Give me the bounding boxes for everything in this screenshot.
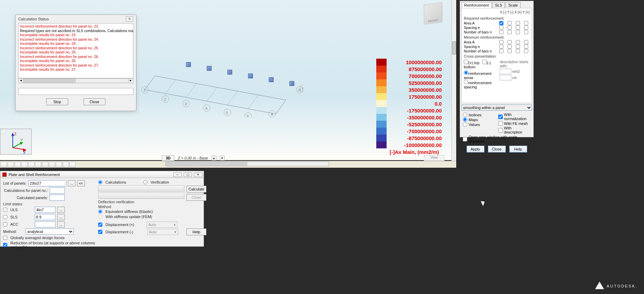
autodesk-brand: AUTODESK. [595,282,638,291]
maps-radio[interactable] [463,117,467,122]
values-radio[interactable] [463,122,467,127]
sls-browse-button[interactable]: ... [57,214,65,220]
calculations-radio[interactable] [98,180,102,184]
spacing-value-input[interactable] [500,75,511,80]
disp-minus-select[interactable]: Auto▾ [147,229,178,235]
req-spc-yplus[interactable] [524,26,528,30]
with-norm-checkbox[interactable] [498,115,503,119]
viewcube[interactable]: FRONT [424,2,442,25]
tool-icon[interactable] [56,162,62,167]
tab-sls[interactable]: SLS [492,2,505,8]
apply-button[interactable]: Apply [467,146,484,153]
min-bars-yplus[interactable] [524,49,528,53]
uls-input[interactable] [35,207,55,213]
view-tab[interactable]: View [424,155,444,161]
min-areaa-yminus[interactable] [508,40,512,44]
smoothing-select[interactable]: smoothing within a panel [461,105,532,111]
tab-reinforcement[interactable]: Reinforcement [461,2,492,8]
reinf-spacing-radio[interactable] [464,80,468,84]
min-spc-yplus[interactable] [524,45,528,49]
tool-icon[interactable] [1,162,7,167]
tool-icon[interactable] [21,162,28,167]
min-spc-xminus[interactable] [499,45,503,49]
uls-checkbox[interactable] [3,208,7,212]
req-bars-yminus[interactable] [508,30,512,34]
tool-icon[interactable] [35,162,41,167]
reinf-help-button[interactable]: Help [509,146,527,153]
tool-icon[interactable] [63,162,69,167]
reinf-areas-radio[interactable] [464,70,468,75]
min-spc-xplus[interactable] [516,45,520,49]
close-icon[interactable]: ✕ [126,16,133,22]
min-bars-yminus[interactable] [508,49,512,53]
min-areaa-xplus[interactable] [516,40,520,44]
close-icon[interactable]: ✕ [194,172,202,177]
spin-up-icon[interactable]: ▲ [212,156,216,160]
tool-icon[interactable] [28,162,34,167]
req-areaa-yplus[interactable] [524,21,528,25]
min-spc-yminus[interactable] [508,45,512,49]
req-areaa-xminus[interactable] [499,21,503,25]
globally-avg-checkbox[interactable] [3,236,7,240]
eq-stiffness-radio[interactable] [98,209,102,214]
uls-browse-button[interactable]: ... [57,207,65,213]
req-areaa-yminus[interactable] [508,21,512,25]
psr-help-button[interactable]: Help [186,228,206,235]
req-spc-xplus[interactable] [516,26,520,30]
calculated-panels-input[interactable] [50,195,65,201]
spin-down-icon[interactable]: ▼ [220,156,225,160]
scroll-right-icon[interactable]: ► [128,79,133,83]
maximize-icon[interactable]: ▢ [184,172,192,177]
req-spc-xminus[interactable] [499,26,503,30]
req-areaa-xplus[interactable] [516,21,520,25]
min-areaa-yplus[interactable] [524,40,528,44]
acc-input[interactable] [35,221,55,227]
tool-icon[interactable] [8,162,14,167]
panels-prev-button[interactable]: << [77,180,85,186]
tool-icon[interactable] [14,162,21,167]
plus-top-checkbox[interactable] [464,60,468,64]
req-bars-yplus[interactable] [524,30,528,34]
with-fe-checkbox[interactable] [498,121,503,126]
areas-value-input[interactable] [500,69,511,74]
acc-browse-button[interactable]: ... [57,221,65,227]
panels-browse-button[interactable]: ... [68,180,75,186]
minimize-icon[interactable]: — [173,172,182,177]
acc-checkbox[interactable] [3,222,7,226]
vertical-scrollbar[interactable] [451,0,456,168]
disp-plus-select[interactable]: Auto▾ [146,222,177,228]
tool-icon[interactable] [42,162,48,167]
sls-checkbox[interactable] [3,215,7,219]
tab-scale[interactable]: Scale [505,2,521,8]
mode-3d[interactable]: 3D [162,155,174,161]
view-hscroll[interactable] [165,161,329,166]
req-bars-xminus[interactable] [499,30,503,34]
reduction-checkbox[interactable] [3,243,7,247]
calc-for-panel-input[interactable] [50,187,65,194]
open-new-window-checkbox[interactable] [463,137,467,141]
min-bars-xminus[interactable] [499,49,503,53]
tool-icon[interactable] [49,162,55,167]
list-hscroll[interactable]: ◄ ► [18,78,133,83]
message-list[interactable]: Incorrect reinforcement direction for pa… [18,23,133,78]
method-select[interactable]: analytical [25,228,74,235]
verification-radio[interactable] [143,180,147,184]
psr-close-button[interactable]: Close [186,194,206,201]
list-of-panels-input[interactable] [28,180,66,186]
disp-minus-checkbox[interactable] [98,230,102,234]
close-button[interactable]: Close [83,98,105,105]
reinf-close-button[interactable]: Close [488,146,506,153]
sls-input[interactable] [35,214,55,220]
with-desc-checkbox[interactable] [498,128,503,133]
req-bars-xplus[interactable] [516,30,520,34]
minus-bottom-checkbox[interactable] [482,60,487,64]
calculate-button[interactable]: Calculate [186,186,206,193]
req-spc-yminus[interactable] [508,26,512,30]
min-areaa-xminus[interactable] [499,40,503,44]
scroll-left-icon[interactable]: ◄ [19,79,23,83]
disp-plus-checkbox[interactable] [98,223,102,227]
min-bars-xplus[interactable] [516,49,520,53]
tool-icon[interactable] [70,162,76,167]
stop-button[interactable]: Stop [46,98,68,105]
isolines-radio[interactable] [463,112,467,117]
